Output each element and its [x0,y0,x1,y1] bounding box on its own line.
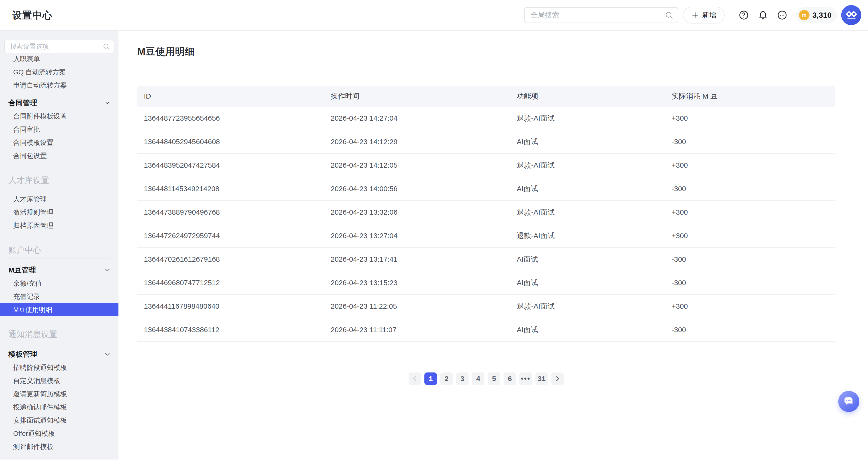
help-button[interactable] [739,10,749,20]
sidebar-item-talent-pool-management[interactable]: 人才库管理 [0,192,119,206]
page-button-3[interactable]: 3 [456,372,468,385]
cell-id: 1364481145349214208 [137,185,324,193]
sidebar-item-contract-attachment-template[interactable]: 合同附件模板设置 [0,110,119,123]
app-title: 设置中心 [12,9,53,22]
page-button-31[interactable]: 31 [535,372,548,385]
mbean-balance-badge[interactable]: m 3,310 [796,7,837,23]
more-button[interactable] [777,10,787,20]
sidebar-group-template-management[interactable]: 模板管理 [0,347,119,361]
sidebar-item-contract-approval[interactable]: 合同审批 [0,123,119,136]
cell-id: 1364487723955654656 [137,114,324,122]
table-row: 1364487723955654656 2026-04-23 14:27:04 … [137,107,835,130]
cell-id: 1364470261612679168 [137,255,324,263]
help-icon [739,10,749,20]
chevron-left-icon [411,375,419,383]
table-row: 1364441167898480640 2026-04-23 11:22:05 … [137,295,835,318]
page-button-6[interactable]: 6 [503,372,516,385]
sidebar-item-invite-resume-update-template[interactable]: 邀请更新简历模板 [0,387,119,401]
page-prev-button[interactable] [409,372,421,385]
page-button-5[interactable]: 5 [488,372,500,385]
sidebar-item-custom-message-template[interactable]: 自定义消息模板 [0,374,119,387]
sidebar-item-contract-template[interactable]: 合同模板设置 [0,136,119,149]
cell-time: 2026-04-23 14:27:04 [324,114,510,122]
sidebar-item-balance-recharge[interactable]: 余额/充值 [0,277,119,290]
sidebar-item-archive-reason[interactable]: 归档原因管理 [0,219,119,232]
sidebar-group-contract-management[interactable]: 合同管理 [0,96,119,110]
sidebar-divider [8,258,111,259]
chevron-down-icon [103,99,111,107]
cell-amount: +300 [665,208,835,216]
page-button-1[interactable]: 1 [425,372,437,385]
sidebar-item-apply-autoflow[interactable]: 申请自动流转方案 [0,79,119,92]
sidebar-group-label: 模板管理 [8,349,37,359]
settings-sidebar: 入职表单 GQ 自动流转方案 申请自动流转方案 合同管理 合同附件模板设置 合同… [0,31,119,460]
cell-amount: +300 [665,161,835,169]
app-root: 设置中心 新增 [0,0,868,460]
table-row: 1364438410743386112 2026-04-23 11:11:07 … [137,318,835,342]
cell-feature: AI面试 [510,184,665,194]
sidebar-item-gq-autoflow[interactable]: GQ 自动流转方案 [0,65,119,79]
new-button[interactable]: 新增 [683,7,724,24]
cell-amount: +300 [665,302,835,310]
chat-widget-button[interactable] [838,391,859,412]
page-ellipsis-button[interactable]: ••• [519,372,532,385]
page-head: M豆使用明细 [137,45,868,68]
table-row: 1364469680747712512 2026-04-23 13:15:23 … [137,271,835,295]
cell-id: 1364473889790496768 [137,208,324,216]
cell-id: 1364438410743386112 [137,326,324,334]
table-row: 1364483952047427584 2026-04-23 14:12:05 … [137,154,835,177]
cell-feature: AI面试 [510,254,665,264]
sidebar-group-mbean-management[interactable]: M豆管理 [0,263,119,277]
cell-amount: -300 [665,326,835,334]
cell-feature: 退款-AI面试 [510,302,665,311]
sidebar-divider [8,343,111,343]
cell-amount: -300 [665,255,835,263]
sidebar-item-recruit-stage-template[interactable]: 招聘阶段通知模板 [0,361,119,374]
page-next-button[interactable] [551,372,564,385]
sidebar-group-label: M豆管理 [8,265,36,275]
cell-amount: -300 [665,279,835,287]
cell-time: 2026-04-23 11:11:07 [324,326,510,334]
global-search-input[interactable] [524,7,678,23]
sidebar-item-recharge-records[interactable]: 充值记录 [0,290,119,303]
page-button-2[interactable]: 2 [440,372,453,385]
sidebar-group-label: 合同管理 [8,98,37,108]
global-search [524,7,678,23]
table-row: 1364473889790496768 2026-04-23 13:32:06 … [137,201,835,224]
column-header-id: ID [137,92,324,100]
mbean-balance-value: 3,310 [812,11,832,20]
sidebar-item-assessment-email-template[interactable]: 测评邮件模板 [0,440,119,453]
user-avatar[interactable] [841,5,861,25]
sidebar-item-offer-notice-template[interactable]: Offer通知模板 [0,427,119,440]
main-content: M豆使用明细 ID 操作时间 功能项 实际消耗 M 豆 136448772395… [119,31,868,460]
chevron-right-icon [553,375,562,383]
cell-time: 2026-04-23 14:12:29 [324,138,510,146]
page-title: M豆使用明细 [137,45,868,58]
column-header-time: 操作时间 [324,91,510,101]
page-button-4[interactable]: 4 [472,372,484,385]
cell-id: 1364441167898480640 [137,302,324,310]
plus-icon [691,11,699,19]
cell-amount: -300 [665,185,835,193]
topbar-actions: 新增 [524,5,861,25]
table-row: 1364472624972959744 2026-04-23 13:27:04 … [137,224,835,248]
sidebar-item-delivery-confirm-template[interactable]: 投递确认邮件模板 [0,401,119,414]
notifications-button[interactable] [758,10,768,20]
sidebar-item-interview-notice-template[interactable]: 安排面试通知模板 [0,414,119,427]
cell-feature: AI面试 [510,325,665,335]
column-header-feature: 功能项 [510,91,665,101]
sidebar-item-activation-rules[interactable]: 激活规则管理 [0,206,119,219]
sidebar-nav-clip: 入职表单 GQ 自动流转方案 申请自动流转方案 合同管理 合同附件模板设置 合同… [0,56,119,460]
sidebar-item-mbean-usage-detail[interactable]: M豆使用明细 [0,303,119,316]
cell-feature: AI面试 [510,137,665,147]
cell-id: 1364469680747712512 [137,279,324,287]
table-header-row: ID 操作时间 功能项 实际消耗 M 豆 [137,86,835,107]
table-row: 1364484052945604608 2026-04-23 14:12:29 … [137,130,835,154]
cell-feature: 退款-AI面试 [510,231,665,241]
sidebar-search-input[interactable] [4,40,114,53]
cell-feature: 退款-AI面试 [510,160,665,170]
sidebar-item-contract-package[interactable]: 合同包设置 [0,149,119,162]
coin-icon: m [799,9,810,21]
sidebar-item-onboarding-form[interactable]: 入职表单 [0,56,119,65]
cell-feature: AI面试 [510,278,665,288]
